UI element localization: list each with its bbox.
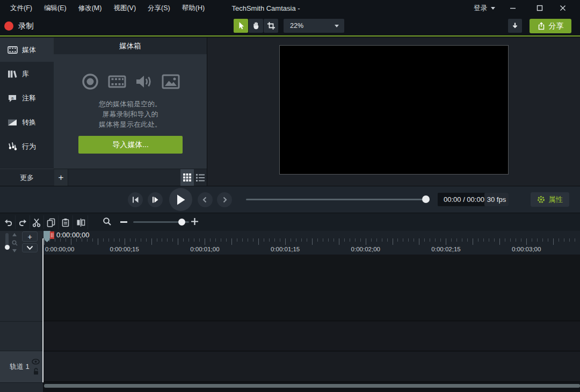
sidebar-item-label: 转换 <box>22 118 36 127</box>
share-button[interactable]: 分享 <box>530 19 571 33</box>
seek-slider[interactable] <box>246 199 430 200</box>
menu-item-3[interactable]: 修改(M) <box>73 4 108 13</box>
sidebar-item-media[interactable]: 媒体 <box>0 38 54 62</box>
timeline-gutter: + 轨道 1 <box>0 231 43 392</box>
ruler-tick <box>532 238 532 242</box>
track-height-zoom-control[interactable] <box>11 233 18 252</box>
empty-text-line: 屏幕录制和导入的 <box>54 109 207 119</box>
sidebar-more-button[interactable]: 更多 <box>0 169 54 186</box>
undo-button[interactable] <box>1 215 16 229</box>
next-button[interactable] <box>217 192 232 207</box>
timeline-zoom-button[interactable] <box>103 217 112 228</box>
chevron-down-icon <box>26 245 33 250</box>
redo-button[interactable] <box>16 215 30 229</box>
plus-icon <box>191 217 199 226</box>
ruler-tick <box>125 238 125 245</box>
ruler-tick <box>76 238 77 242</box>
canvas-zoom-value: 22% <box>290 22 303 30</box>
step-forward-button[interactable] <box>148 192 163 207</box>
timeline-row-above-track[interactable] <box>43 322 580 351</box>
playhead-end-marker[interactable] <box>50 231 54 239</box>
add-track-button[interactable]: + <box>22 231 38 242</box>
close-button[interactable] <box>555 0 571 16</box>
import-media-button[interactable]: 导入媒体... <box>78 136 183 154</box>
menu-item-4[interactable]: 视图(V) <box>107 4 142 13</box>
seek-slider-thumb[interactable] <box>422 195 430 203</box>
ruler-tick <box>403 238 403 242</box>
timeline-zoom-slider-thumb[interactable] <box>178 219 185 226</box>
ruler-tick <box>408 238 409 242</box>
timeline-content: 0:00:00;00 0:00:00;000:00:00;150:00:01;0… <box>43 231 580 392</box>
ruler-tick <box>210 238 211 242</box>
sidebar-item-transitions[interactable]: 转换 <box>0 110 54 134</box>
camtasia-window: 文件(F)编辑(E)修改(M)视图(V)分享(S)帮助(H) TechSmith… <box>0 0 580 392</box>
menu-item-5[interactable]: 分享(S) <box>142 4 176 13</box>
undo-icon <box>4 218 13 227</box>
ruler-tick <box>548 238 548 242</box>
step-back-button[interactable] <box>128 192 143 207</box>
crop-tool-button[interactable] <box>264 19 278 33</box>
ruler-tick <box>397 238 398 242</box>
cursor-tool-button[interactable] <box>234 19 248 33</box>
menu-item-1[interactable]: 文件(F) <box>4 4 38 13</box>
horizontal-scrollbar[interactable] <box>44 384 580 388</box>
maximize-button[interactable] <box>532 0 548 16</box>
minimize-button[interactable] <box>505 0 521 16</box>
zoom-out-button[interactable] <box>120 221 127 223</box>
record-button[interactable]: 录制 <box>4 16 34 35</box>
sidebar-item-library[interactable]: 库 <box>0 62 54 86</box>
playhead-line[interactable] <box>42 238 44 382</box>
paste-button[interactable] <box>59 215 73 229</box>
add-media-button[interactable]: + <box>54 169 68 186</box>
close-icon <box>560 5 566 11</box>
ruler-tick <box>226 238 227 242</box>
ruler-tick <box>49 238 50 242</box>
fps-display: 30 fps <box>484 193 509 206</box>
current-time: 00:00 / 00:00 <box>438 195 484 204</box>
timeline-ruler[interactable]: 0:00:00;00 0:00:00;000:00:00;150:00:01;0… <box>43 231 580 255</box>
ruler-tick <box>258 238 259 245</box>
ruler-tick <box>564 238 564 242</box>
menu-item-2[interactable]: 编辑(E) <box>38 4 73 13</box>
ruler-label: 0:00:02;00 <box>351 246 380 252</box>
cut-button[interactable] <box>30 215 44 229</box>
track-1-header[interactable]: 轨道 1 <box>0 351 43 382</box>
split-button[interactable] <box>74 215 88 229</box>
copy-button[interactable] <box>44 215 59 229</box>
track-height-slider-thumb[interactable] <box>5 245 10 250</box>
ruler-tick <box>569 238 570 242</box>
pan-tool-button[interactable] <box>249 19 263 33</box>
sidebar-item-annotations[interactable]: a 注释 <box>0 86 54 110</box>
grid-view-button[interactable] <box>180 169 194 186</box>
ruler-tick <box>221 238 221 242</box>
ruler-tick <box>285 238 286 245</box>
ruler-tick <box>274 238 275 242</box>
lock-icon[interactable] <box>33 367 39 375</box>
library-books-icon <box>7 70 18 78</box>
preview-stage[interactable] <box>279 45 509 175</box>
download-button[interactable] <box>508 19 522 33</box>
ruler-tick <box>430 238 430 242</box>
menu-item-6[interactable]: 帮助(H) <box>176 4 211 13</box>
play-button[interactable] <box>169 188 192 211</box>
list-view-button[interactable] <box>194 169 207 186</box>
ruler-tick <box>355 238 356 242</box>
track-1-lane[interactable] <box>43 352 580 382</box>
svg-text:a: a <box>11 95 14 100</box>
ruler-tick <box>146 238 147 242</box>
track-options-button[interactable] <box>22 243 38 252</box>
canvas-zoom-dropdown[interactable]: 22% <box>284 19 344 33</box>
properties-button[interactable]: 属性 <box>531 192 569 207</box>
ruler-tick <box>435 238 436 242</box>
login-menu[interactable]: 登录 <box>474 0 495 16</box>
eye-icon[interactable] <box>32 359 40 365</box>
zoom-in-button[interactable] <box>191 217 199 228</box>
previous-button[interactable] <box>198 192 213 207</box>
sidebar-item-behaviors[interactable]: 行为 <box>0 134 54 158</box>
ruler-tick <box>215 238 216 242</box>
share-icon <box>538 22 545 30</box>
ruler-tick <box>537 238 538 242</box>
ruler-tick <box>253 238 253 242</box>
ruler-tick <box>189 238 189 242</box>
timeline-empty-area[interactable] <box>43 255 580 321</box>
